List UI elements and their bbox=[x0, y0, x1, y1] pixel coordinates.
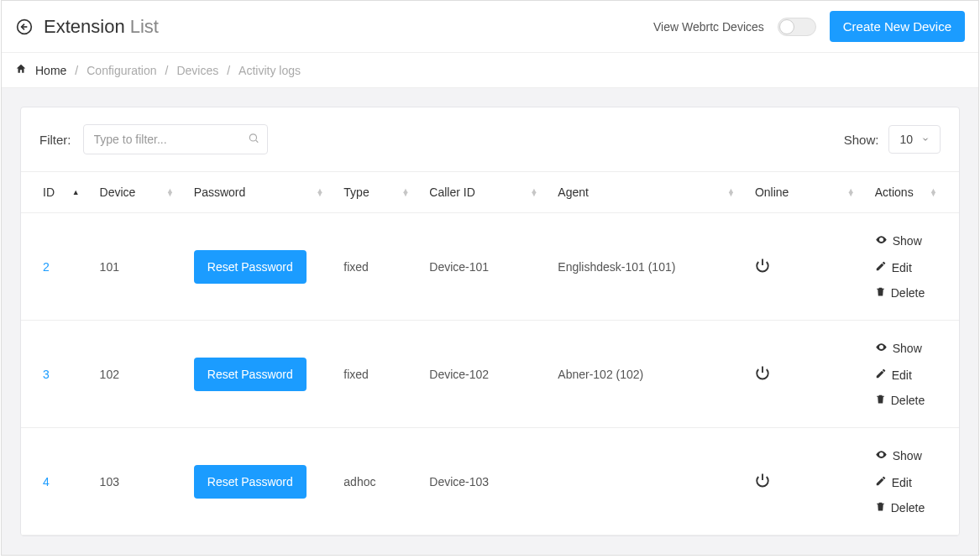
reset-password-button[interactable]: Reset Password bbox=[194, 465, 307, 499]
eye-icon bbox=[875, 233, 888, 248]
col-password[interactable]: Password▲▼ bbox=[184, 172, 334, 213]
breadcrumb-sep: / bbox=[165, 64, 169, 77]
table-row: 4 103 Reset Password adhoc Device-103 Sh… bbox=[21, 428, 959, 535]
show-action[interactable]: Show bbox=[875, 233, 937, 248]
home-icon[interactable] bbox=[15, 63, 27, 77]
breadcrumb: Home / Configuration / Devices / Activit… bbox=[2, 53, 978, 88]
col-type[interactable]: Type▲▼ bbox=[333, 172, 419, 213]
power-icon[interactable] bbox=[755, 477, 770, 490]
col-actions[interactable]: Actions▲▼ bbox=[865, 172, 959, 213]
sort-icon[interactable]: ▲▼ bbox=[930, 189, 937, 196]
eye-icon bbox=[875, 448, 888, 463]
col-device[interactable]: Device▲▼ bbox=[90, 172, 184, 213]
webrtc-toggle[interactable] bbox=[778, 18, 816, 36]
id-link[interactable]: 2 bbox=[43, 260, 50, 274]
breadcrumb-sep: / bbox=[75, 64, 78, 77]
reset-password-button[interactable]: Reset Password bbox=[194, 358, 307, 391]
chevron-down-icon bbox=[921, 135, 930, 144]
page-title: Extension List bbox=[44, 16, 159, 38]
page-title-main: Extension bbox=[44, 16, 125, 37]
breadcrumb-home[interactable]: Home bbox=[35, 64, 66, 77]
reset-password-button[interactable]: Reset Password bbox=[194, 250, 307, 284]
power-icon[interactable] bbox=[755, 369, 770, 383]
page-title-sub: List bbox=[130, 16, 159, 37]
sort-icon[interactable]: ▲▼ bbox=[166, 189, 174, 196]
delete-action[interactable]: Delete bbox=[875, 501, 937, 515]
breadcrumb-sep: / bbox=[227, 64, 230, 77]
device-value: 102 bbox=[100, 368, 119, 381]
caller-id-value: Device-101 bbox=[429, 260, 489, 274]
edit-icon bbox=[875, 260, 887, 274]
col-online[interactable]: Online▲▼ bbox=[745, 172, 865, 213]
table-row: 3 102 Reset Password fixed Device-102 Ab… bbox=[21, 321, 959, 428]
show-action[interactable]: Show bbox=[875, 341, 937, 356]
svg-point-2 bbox=[249, 134, 256, 141]
agent-value: Abner-102 (102) bbox=[558, 368, 643, 381]
caller-id-value: Device-102 bbox=[429, 368, 489, 381]
back-button[interactable] bbox=[15, 18, 34, 36]
breadcrumb-configuration[interactable]: Configuration bbox=[86, 64, 156, 77]
svg-line-3 bbox=[255, 140, 258, 143]
show-select[interactable]: 10 bbox=[888, 125, 941, 154]
sort-icon[interactable]: ▲▼ bbox=[727, 189, 735, 196]
type-value: adhoc bbox=[343, 475, 375, 488]
devices-table: ID▲ Device▲▼ Password▲▼ Type▲▼ Caller ID… bbox=[21, 171, 959, 535]
trash-icon bbox=[875, 394, 886, 407]
trash-icon bbox=[875, 286, 886, 300]
filter-label: Filter: bbox=[39, 133, 71, 147]
delete-action[interactable]: Delete bbox=[875, 286, 937, 300]
show-action[interactable]: Show bbox=[875, 448, 937, 463]
eye-icon bbox=[875, 341, 888, 356]
filter-input[interactable] bbox=[83, 124, 268, 154]
breadcrumb-devices[interactable]: Devices bbox=[176, 64, 218, 77]
type-value: fixed bbox=[343, 260, 369, 274]
id-link[interactable]: 3 bbox=[43, 368, 50, 381]
webrtc-devices-label: View Webrtc Devices bbox=[653, 20, 764, 34]
type-value: fixed bbox=[343, 368, 369, 381]
edit-action[interactable]: Edit bbox=[875, 475, 937, 489]
show-label: Show: bbox=[844, 133, 879, 147]
sort-icon[interactable]: ▲▼ bbox=[530, 189, 537, 196]
breadcrumb-activity-logs[interactable]: Activity logs bbox=[238, 64, 301, 77]
edit-icon bbox=[875, 368, 887, 382]
device-value: 103 bbox=[100, 475, 119, 488]
sort-icon[interactable]: ▲▼ bbox=[401, 189, 409, 196]
edit-icon bbox=[875, 475, 887, 489]
create-new-device-button[interactable]: Create New Device bbox=[830, 11, 965, 42]
power-icon[interactable] bbox=[755, 262, 770, 275]
col-caller-id[interactable]: Caller ID▲▼ bbox=[419, 172, 548, 213]
id-link[interactable]: 4 bbox=[43, 475, 50, 488]
edit-action[interactable]: Edit bbox=[875, 260, 937, 274]
arrow-left-circle-icon bbox=[16, 18, 33, 35]
edit-action[interactable]: Edit bbox=[875, 368, 937, 382]
delete-action[interactable]: Delete bbox=[875, 394, 937, 407]
sort-icon[interactable]: ▲ bbox=[72, 191, 80, 195]
table-row: 2 101 Reset Password fixed Device-101 En… bbox=[21, 213, 959, 321]
col-id[interactable]: ID▲ bbox=[21, 172, 90, 213]
device-value: 101 bbox=[100, 260, 119, 274]
trash-icon bbox=[875, 501, 886, 515]
show-value: 10 bbox=[899, 133, 913, 146]
agent-value: Englishdesk-101 (101) bbox=[558, 260, 675, 274]
sort-icon[interactable]: ▲▼ bbox=[847, 189, 855, 196]
col-agent[interactable]: Agent▲▼ bbox=[548, 172, 745, 213]
caller-id-value: Device-103 bbox=[429, 475, 489, 488]
sort-icon[interactable]: ▲▼ bbox=[316, 189, 323, 196]
search-icon[interactable] bbox=[248, 133, 259, 147]
